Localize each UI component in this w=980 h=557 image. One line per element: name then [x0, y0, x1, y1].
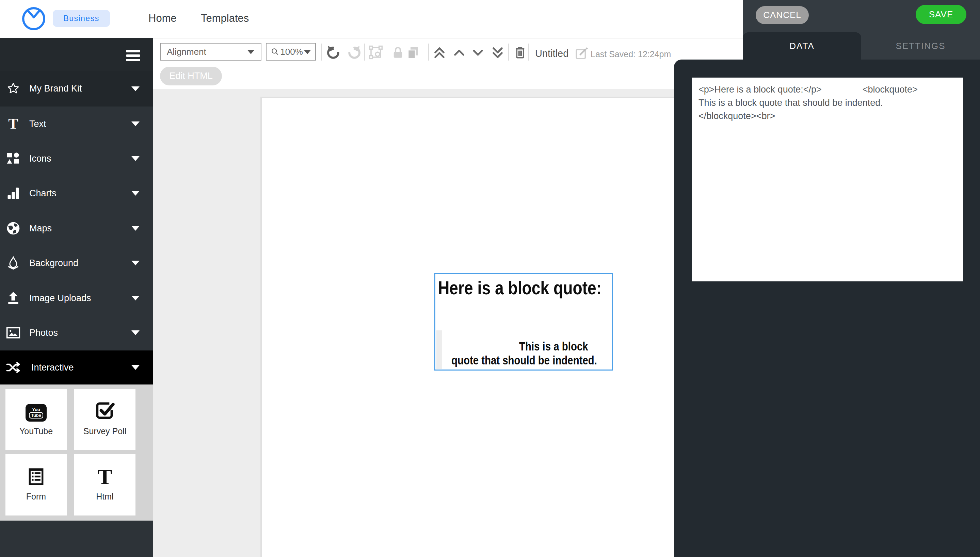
canvas-quote-line2[interactable]: quote that should be indented. [452, 353, 597, 367]
data-panel: <p>Here is a block quote:</p> <blockquot… [674, 60, 980, 557]
zoom-value: 100% [280, 47, 303, 57]
shuffle-icon [5, 360, 21, 375]
shapes-icon [5, 151, 21, 166]
sidebar-item-label: Text [29, 119, 131, 129]
left-sidebar: My Brand Kit T Text Icons [0, 38, 153, 557]
upload-icon [5, 290, 21, 306]
selected-html-element[interactable]: Here is a block quote: This is a block q… [434, 273, 613, 371]
sidebar-item-label: Background [29, 258, 131, 269]
last-saved-status: Last Saved: 12:24pm [590, 49, 671, 59]
tab-data[interactable]: DATA [743, 32, 861, 60]
divider [428, 44, 429, 60]
sidebar-item-label: Interactive [31, 362, 131, 373]
canvas-quote-line1[interactable]: This is a block [519, 340, 588, 353]
alignment-dropdown-label: Alignment [167, 47, 206, 57]
save-button[interactable]: SAVE [916, 5, 966, 24]
sidebar-item-label: Charts [29, 188, 131, 199]
sidebar-item-label: Icons [29, 153, 131, 164]
undo-button[interactable] [326, 45, 340, 60]
zoom-dropdown[interactable]: 100% [266, 43, 316, 60]
tile-youtube[interactable]: YouTube YouTube [5, 389, 67, 450]
code-line: <p>Here is a block quote:</p> <blockquot… [698, 83, 957, 96]
sidebar-item-maps[interactable]: Maps [0, 211, 153, 246]
lock-button[interactable] [391, 45, 405, 60]
code-line: </blockquote><br> [698, 109, 957, 123]
photo-icon [5, 325, 21, 340]
sidebar-item-label: Photos [29, 328, 131, 338]
divider [508, 44, 509, 60]
app-window: Here is a block quote: This is a block q… [0, 0, 980, 557]
tab-settings[interactable]: SETTINGS [861, 32, 980, 60]
sidebar-header [0, 38, 153, 71]
interactive-panel: YouTube YouTube Survey Poll [0, 384, 153, 521]
plan-badge: Business [53, 10, 110, 27]
chevron-down-icon [131, 156, 140, 161]
divider [364, 44, 365, 60]
alignment-dropdown[interactable]: Alignment [160, 43, 261, 60]
chevron-down-icon [131, 191, 140, 195]
chevron-down-icon [131, 122, 140, 126]
delete-button[interactable] [513, 45, 527, 60]
sidebar-item-photos[interactable]: Photos [0, 316, 153, 350]
venngage-logo-icon[interactable] [22, 7, 46, 31]
divider [321, 44, 322, 60]
document-title[interactable]: Untitled [535, 48, 569, 59]
sidebar-item-icons[interactable]: Icons [0, 141, 153, 176]
crop-frame-button[interactable] [369, 45, 383, 60]
chevron-down-icon [131, 331, 140, 335]
blockquote-indent-bar [436, 331, 442, 369]
sidebar-item-image-uploads[interactable]: Image Uploads [0, 281, 153, 316]
tile-html[interactable]: T Html [74, 454, 135, 515]
tile-label: Html [96, 492, 113, 502]
rename-icon[interactable] [575, 47, 589, 61]
globe-icon [5, 220, 21, 236]
chevron-down-icon [131, 365, 140, 370]
chevron-down-icon [131, 86, 140, 91]
sidebar-item-text[interactable]: T Text [0, 106, 153, 141]
sidebar-item-label: My Brand Kit [29, 83, 131, 94]
sidebar-item-charts[interactable]: Charts [0, 176, 153, 211]
star-icon [5, 81, 21, 97]
canvas-heading-text[interactable]: Here is a block quote: [438, 277, 602, 299]
sidebar-item-label: Image Uploads [29, 293, 131, 303]
edit-html-button[interactable]: Edit HTML [160, 67, 222, 85]
html-code-editor[interactable]: <p>Here is a block quote:</p> <blockquot… [692, 78, 963, 282]
survey-poll-icon [94, 389, 116, 422]
magnifier-icon [271, 47, 279, 56]
bar-chart-icon [5, 186, 21, 201]
editor-toolbar: Alignment 100% [153, 38, 743, 89]
nav-templates[interactable]: Templates [201, 12, 249, 24]
chevron-down-icon [247, 50, 254, 54]
sidebar-item-my-brand-kit[interactable]: My Brand Kit [0, 71, 153, 106]
droplet-icon [5, 255, 21, 271]
redo-button[interactable] [347, 45, 362, 60]
divider [528, 44, 529, 60]
cancel-button[interactable]: CANCEL [756, 6, 809, 24]
youtube-icon: YouTube [26, 389, 47, 422]
sidebar-item-background[interactable]: Background [0, 246, 153, 280]
text-icon: T [5, 116, 21, 132]
tile-label: YouTube [20, 426, 53, 436]
chevron-down-icon [303, 50, 311, 54]
code-line: This is a block quote that should be ind… [698, 96, 957, 109]
sidebar-item-label: Maps [29, 223, 131, 234]
form-icon [26, 454, 46, 487]
bring-forward-button[interactable] [452, 45, 466, 60]
html-text-icon: T [98, 454, 113, 487]
chevron-down-icon [131, 296, 140, 300]
panel-top-bar: CANCEL SAVE DATA SETTINGS [743, 0, 980, 60]
sidebar-item-interactive[interactable]: Interactive [0, 350, 153, 384]
chevron-down-icon [131, 226, 140, 231]
nav-home[interactable]: Home [148, 12, 177, 24]
hamburger-menu-icon[interactable] [126, 50, 140, 62]
chevron-down-icon [131, 261, 140, 265]
send-to-back-button[interactable] [491, 45, 505, 60]
top-header: Business Home Templates [0, 0, 743, 38]
tile-label: Survey Poll [83, 426, 126, 436]
send-backward-button[interactable] [471, 45, 485, 60]
duplicate-button[interactable] [406, 45, 420, 60]
tile-survey-poll[interactable]: Survey Poll [74, 389, 135, 450]
bring-to-front-button[interactable] [432, 45, 447, 60]
tile-form[interactable]: Form [5, 454, 67, 515]
tile-label: Form [26, 492, 46, 502]
